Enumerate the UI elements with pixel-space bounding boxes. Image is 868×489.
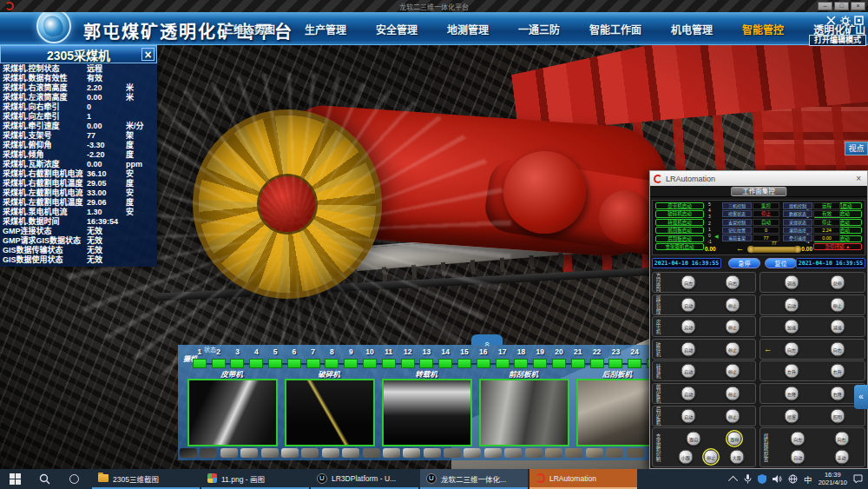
camera-status-indicator-17[interactable]	[496, 359, 510, 368]
camera-status-indicator-20[interactable]	[552, 359, 566, 368]
camera-status-indicator-4[interactable]	[249, 359, 263, 368]
control-button-停止[interactable]: 停止	[726, 341, 740, 356]
microphone-icon[interactable]	[744, 474, 752, 484]
action-center-icon[interactable]	[853, 474, 863, 484]
clock[interactable]: 16:39 2021/4/10	[819, 472, 847, 486]
lrautomation-close-icon[interactable]: ×	[853, 174, 864, 183]
filmstrip-thumbnail[interactable]	[545, 448, 562, 458]
filmstrip-thumbnail[interactable]	[220, 448, 238, 458]
control-button-启动[interactable]: 启动	[681, 320, 696, 334]
network-globe-icon[interactable]	[788, 474, 798, 484]
filmstrip-thumbnail[interactable]	[504, 448, 522, 458]
filmstrip-thumbnail[interactable]	[180, 448, 197, 458]
camera-status-indicator-18[interactable]	[514, 359, 528, 368]
control-button-停止[interactable]: 停止	[726, 364, 740, 379]
control-button-停止[interactable]: 停止	[726, 408, 740, 423]
control-button-左升[interactable]: 左升	[785, 364, 799, 379]
search-icon[interactable]	[30, 469, 59, 489]
control-button-启动[interactable]: 启动	[681, 297, 696, 312]
taskbar-item-LR3DPlatform - U...[interactable]: ULR3DPlatform - U...	[311, 469, 418, 489]
control-button-调高[interactable]: 调高	[785, 275, 799, 290]
control-button-右降[interactable]: 右降	[830, 386, 845, 400]
filmstrip-thumbnail[interactable]	[525, 448, 542, 458]
camera-status-indicator-6[interactable]	[287, 359, 301, 368]
maximize-button[interactable]: □	[834, 2, 849, 10]
camera-thumbnail-皮带机[interactable]	[187, 379, 278, 446]
strip-collapse-chevron-icon[interactable]: «	[471, 334, 503, 345]
control-button-手动[interactable]: 手动	[834, 449, 849, 464]
close-button[interactable]: ×	[851, 2, 865, 10]
control-button-向右[interactable]: 向右	[830, 341, 845, 356]
nav-item-一通三防[interactable]: 一通三防	[503, 22, 575, 36]
camera-status-indicator-13[interactable]	[419, 359, 433, 368]
control-button-向左[interactable]: 向左	[785, 341, 799, 356]
filmstrip-thumbnail[interactable]	[464, 448, 481, 458]
camera-status-indicator-8[interactable]	[325, 359, 339, 368]
camera-status-indicator-5[interactable]	[268, 359, 282, 368]
control-button-向右[interactable]: 向右	[834, 431, 849, 446]
quick-button-后刮板启动[interactable]: 后刮板启动	[655, 235, 704, 242]
control-button-停止[interactable]: 停止	[830, 297, 845, 312]
control-button-停止[interactable]: 停止	[726, 386, 740, 400]
camera-status-indicator-12[interactable]	[401, 359, 415, 368]
filmstrip-thumbnail[interactable]	[383, 448, 400, 458]
estop-lock-button[interactable]: 急停闭锁 ▲	[813, 243, 862, 250]
control-button-加速[interactable]: 加速	[785, 320, 799, 334]
camera-status-indicator-19[interactable]	[533, 359, 547, 368]
camera-status-indicator-3[interactable]	[230, 359, 244, 368]
filmstrip-thumbnail[interactable]	[484, 448, 502, 458]
minimize-button[interactable]: –	[818, 2, 832, 10]
quick-button-皮带机启动[interactable]: 皮带机启动	[655, 202, 704, 209]
quick-button-转载机启动[interactable]: 转载机启动	[655, 219, 704, 226]
filmstrip-thumbnail[interactable]	[586, 448, 603, 458]
control-button-减速[interactable]: 减速	[830, 320, 845, 334]
control-button-向左[interactable]: 向左	[681, 275, 696, 290]
filmstrip-thumbnail[interactable]	[424, 448, 441, 458]
filmstrip-thumbnail[interactable]	[342, 448, 359, 458]
taskbar-item-LRAutomation[interactable]: LRAutomation	[529, 469, 637, 489]
panel-collapse-tab[interactable]: «	[854, 385, 868, 409]
ime-indicator[interactable]: 中	[804, 473, 812, 486]
filmstrip-thumbnail[interactable]	[403, 448, 420, 458]
camera-thumbnail-前刮板机[interactable]	[479, 379, 569, 446]
start-button[interactable]	[0, 469, 30, 489]
edit-mode-button[interactable]: 打开编辑模式	[809, 35, 866, 46]
filmstrip-thumbnail[interactable]	[444, 448, 461, 458]
filmstrip-thumbnail[interactable]	[606, 448, 623, 458]
camera-status-indicator-11[interactable]	[382, 359, 396, 368]
camera-status-indicator-21[interactable]	[571, 359, 585, 368]
taskbar-item-2305三维截图[interactable]: 2305三维截图	[92, 469, 200, 489]
control-button-大跟[interactable]: 大跟	[729, 449, 744, 464]
control-button-总停[interactable]: 总停	[830, 275, 845, 290]
filmstrip-thumbnail[interactable]	[200, 448, 217, 458]
control-button-右升[interactable]: 右升	[830, 364, 845, 379]
filmstrip-thumbnail[interactable]	[240, 448, 258, 458]
camera-status-indicator-15[interactable]	[457, 359, 471, 368]
camera-status-indicator-16[interactable]	[477, 359, 490, 368]
filmstrip-thumbnail[interactable]	[565, 448, 582, 458]
viewpoint-tab[interactable]: 视点	[845, 142, 868, 155]
camera-thumbnail-破碎机[interactable]	[285, 379, 375, 446]
control-button-向右[interactable]: 向右	[726, 275, 740, 290]
control-button-跟停[interactable]: 跟停	[727, 431, 742, 446]
control-button-启动[interactable]: 启动	[681, 364, 696, 379]
taskbar-item-龙软二三维一体化...[interactable]: U龙软二三维一体化...	[420, 469, 528, 489]
camera-status-indicator-10[interactable]	[363, 359, 377, 368]
filmstrip-thumbnail[interactable]	[281, 448, 299, 458]
estop-button[interactable]: 急停	[728, 258, 760, 268]
quick-button-前刮板启动[interactable]: 前刮板启动	[655, 227, 704, 234]
camera-status-indicator-1[interactable]	[193, 359, 207, 368]
gear-icon[interactable]	[839, 15, 851, 26]
security-shield-icon[interactable]	[758, 474, 766, 484]
panel-close-icon[interactable]: ×	[141, 48, 155, 61]
task-view-icon[interactable]	[59, 469, 89, 489]
window-mode-icon[interactable]	[853, 15, 865, 26]
control-button-小跟[interactable]: 小跟	[678, 449, 693, 464]
control-button-启动[interactable]: 启动	[785, 297, 799, 312]
control-button-停止[interactable]: 停止	[726, 297, 740, 312]
camera-status-indicator-2[interactable]	[212, 359, 226, 368]
control-button-左降[interactable]: 左降	[785, 386, 799, 400]
filmstrip-thumbnail[interactable]	[363, 448, 380, 458]
filmstrip-thumbnail[interactable]	[301, 448, 319, 458]
nav-item-智能工作面[interactable]: 智能工作面	[575, 22, 656, 36]
